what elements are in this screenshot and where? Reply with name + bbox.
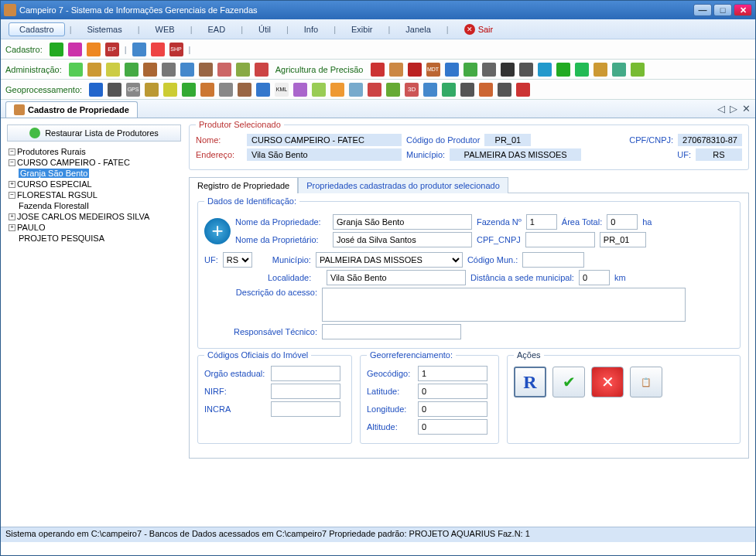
tree-root[interactable]: −Produtores Rurais	[9, 146, 180, 157]
tb-icon[interactable]	[108, 83, 121, 97]
tree-node[interactable]: PROJETO PESQUISA	[9, 233, 180, 244]
tab-close-icon[interactable]: ✕	[742, 103, 751, 114]
action-confirm-button[interactable]: ✔	[552, 367, 585, 397]
codmun-input[interactable]	[522, 252, 584, 268]
tb-icon[interactable]	[87, 43, 101, 56]
menu-sair[interactable]: ✕Sair	[453, 22, 505, 37]
tb-icon[interactable]	[479, 83, 493, 97]
tb-mdt-icon[interactable]: MDT	[426, 63, 440, 77]
municipio-select[interactable]: PALMEIRA DAS MISSOES	[316, 252, 463, 268]
tb-icon[interactable]	[125, 63, 139, 77]
tree-node[interactable]: +CURSO ESPECIAL	[9, 179, 180, 189]
add-button[interactable]: +	[204, 218, 231, 244]
tb-icon[interactable]	[162, 63, 176, 77]
menu-web[interactable]: WEB	[145, 22, 186, 36]
tb-icon[interactable]	[445, 63, 459, 77]
tb-icon[interactable]	[68, 43, 82, 56]
tree-node[interactable]: −CURSO CAMPEIRO - FATEC	[9, 157, 180, 168]
tb-gps-icon[interactable]: GPS	[126, 83, 140, 97]
tb-icon[interactable]	[556, 63, 570, 77]
tb-icon[interactable]	[236, 63, 250, 77]
tb-icon[interactable]	[386, 83, 400, 97]
tree-node[interactable]: −FLORESTAL RGSUL	[9, 189, 180, 200]
tb-3d-icon[interactable]: 3D	[405, 83, 419, 97]
uf-select[interactable]: RS	[223, 252, 252, 268]
maximize-button[interactable]: □	[713, 4, 732, 16]
menu-cadastro[interactable]: Cadastro	[9, 22, 65, 36]
action-clipboard-button[interactable]: 📋	[630, 367, 662, 397]
tb-icon[interactable]	[69, 63, 83, 77]
tab-registro[interactable]: Registro de Propriedade	[189, 177, 298, 193]
tb-icon[interactable]	[89, 83, 103, 97]
tb-icon[interactable]	[180, 63, 194, 77]
geocodigo-input[interactable]	[418, 366, 487, 381]
menu-exibir[interactable]: Exibir	[340, 22, 384, 36]
tb-icon[interactable]	[389, 63, 403, 77]
tb-icon[interactable]	[182, 83, 196, 97]
tb-icon[interactable]	[217, 63, 231, 77]
tb-icon[interactable]	[575, 63, 589, 77]
tb-icon[interactable]	[442, 83, 456, 97]
close-button[interactable]: ✕	[734, 4, 752, 16]
orgao-input[interactable]	[271, 366, 340, 381]
tb-icon[interactable]	[143, 63, 157, 77]
action-delete-button[interactable]: ✕	[591, 367, 624, 397]
tree-node-selected[interactable]: Granja São Bento	[9, 168, 180, 179]
tab-next-icon[interactable]: ▷	[730, 103, 737, 114]
tb-icon[interactable]	[482, 63, 496, 77]
restore-producers-button[interactable]: Restaurar Lista de Produtores	[7, 125, 181, 142]
tab-prev-icon[interactable]: ◁	[717, 103, 725, 114]
tb-icon[interactable]	[200, 83, 214, 97]
nome-prop-input[interactable]	[333, 214, 472, 230]
cpfcnpj-input[interactable]	[525, 232, 595, 247]
tb-icon[interactable]	[87, 63, 101, 77]
tb-icon[interactable]	[151, 43, 165, 56]
tb-icon[interactable]	[594, 63, 607, 77]
tb-icon[interactable]	[330, 83, 344, 97]
longitude-input[interactable]	[418, 401, 487, 417]
localidade-input[interactable]	[327, 270, 466, 285]
minimize-button[interactable]: —	[693, 4, 712, 16]
menu-ead[interactable]: EAD	[197, 22, 237, 36]
tb-icon[interactable]	[408, 63, 422, 77]
menu-sistemas[interactable]: Sistemas	[77, 22, 133, 36]
tb-ep-icon[interactable]: EP	[105, 43, 119, 56]
tb-icon[interactable]	[163, 83, 177, 97]
fazenda-input[interactable]	[526, 214, 557, 230]
tb-icon[interactable]	[199, 63, 213, 77]
tree-node[interactable]: +JOSE CARLOS MEDEIROS SILVA	[9, 211, 180, 222]
tb-icon[interactable]	[612, 63, 626, 77]
tree-node[interactable]: Fazenda FlorestalI	[9, 200, 180, 211]
tb-icon[interactable]	[501, 63, 515, 77]
tb-icon[interactable]	[349, 83, 363, 97]
distancia-input[interactable]	[579, 270, 610, 285]
tb-icon[interactable]	[50, 43, 63, 56]
tb-icon[interactable]	[312, 83, 326, 97]
altitude-input[interactable]	[418, 419, 487, 435]
tb-icon[interactable]	[106, 63, 120, 77]
tb-icon[interactable]	[256, 83, 270, 97]
tb-icon[interactable]	[464, 63, 477, 77]
action-r-button[interactable]: R	[514, 367, 546, 397]
area-input[interactable]	[607, 214, 638, 230]
code-input[interactable]	[600, 232, 646, 247]
menu-info[interactable]: Info	[293, 22, 329, 36]
tb-icon[interactable]	[519, 63, 533, 77]
incra-input[interactable]	[271, 401, 340, 417]
tb-icon[interactable]	[460, 83, 474, 97]
nirf-input[interactable]	[271, 384, 340, 399]
tb-icon[interactable]	[219, 83, 233, 97]
tab-cadastro-propriedade[interactable]: Cadastro de Propriedade	[5, 101, 138, 118]
tb-icon[interactable]	[516, 83, 530, 97]
tb-icon[interactable]	[368, 83, 381, 97]
responsavel-input[interactable]	[322, 324, 461, 339]
tab-propriedades-cadastradas[interactable]: Propriedades cadastradas do produtor sel…	[298, 177, 508, 193]
tree-node[interactable]: +PAULO	[9, 222, 180, 233]
descricao-textarea[interactable]	[322, 288, 686, 322]
tb-icon[interactable]	[371, 63, 385, 77]
tb-icon[interactable]	[145, 83, 159, 97]
tb-kml-icon[interactable]: KML	[275, 83, 289, 97]
menu-util[interactable]: Útil	[248, 22, 282, 36]
tb-icon[interactable]	[238, 83, 251, 97]
tb-icon[interactable]	[423, 83, 437, 97]
